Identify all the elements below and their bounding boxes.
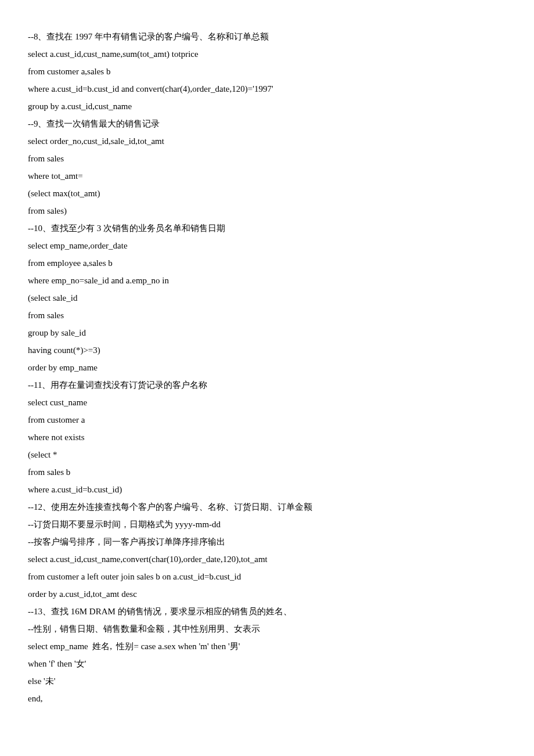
code-line: select a.cust_id,cust_name,sum(tot_amt) … [28,45,506,63]
code-line: --9、查找一次销售最大的销售记录 [28,115,506,132]
code-line: --12、使用左外连接查找每个客户的客户编号、名称、订货日期、订单金额 [28,498,506,516]
code-line: (select * [28,446,506,463]
code-line: --按客户编号排序，同一客户再按订单降序排序输出 [28,533,506,550]
code-line: group by sale_id [28,324,506,341]
code-line: order by emp_name [28,359,506,376]
code-line: from employee a,sales b [28,254,506,272]
code-line: having count(*)>=3) [28,341,506,359]
code-line: order by a.cust_id,tot_amt desc [28,585,506,603]
code-line: when 'f' then '女' [28,655,506,672]
code-line: where tot_amt= [28,167,506,185]
code-line: from customer a [28,411,506,429]
code-line: --性别，销售日期、销售数量和金额，其中性别用男、女表示 [28,620,506,638]
code-line: from sales [28,307,506,324]
code-line: from sales b [28,463,506,481]
code-line: where not exists [28,429,506,446]
code-line: select emp_name 姓名, 性别= case a.sex when … [28,638,506,655]
code-line: select a.cust_id,cust_name,convert(char(… [28,550,506,568]
code-line: (select max(tot_amt) [28,185,506,202]
code-line: group by a.cust_id,cust_name [28,98,506,115]
code-line: from customer a left outer join sales b … [28,568,506,585]
code-line: --订货日期不要显示时间，日期格式为 yyyy-mm-dd [28,516,506,533]
code-line: from sales [28,150,506,167]
code-line: select order_no,cust_id,sale_id,tot_amt [28,132,506,150]
code-line: from customer a,sales b [28,63,506,80]
code-line: --10、查找至少有 3 次销售的业务员名单和销售日期 [28,219,506,237]
code-line: end, [28,690,506,707]
code-line: --11、用存在量词查找没有订货记录的客户名称 [28,376,506,394]
code-line: select emp_name,order_date [28,237,506,254]
code-line: where a.cust_id=b.cust_id and convert(ch… [28,80,506,98]
document-body: --8、查找在 1997 年中有销售记录的客户编号、名称和订单总额select … [28,28,506,707]
code-line: (select sale_id [28,289,506,307]
code-line: --13、查找 16M DRAM 的销售情况，要求显示相应的销售员的姓名、 [28,603,506,620]
code-line: --8、查找在 1997 年中有销售记录的客户编号、名称和订单总额 [28,28,506,45]
code-line: from sales) [28,202,506,219]
code-line: where a.cust_id=b.cust_id) [28,481,506,498]
code-line: select cust_name [28,394,506,411]
code-line: else '未' [28,672,506,690]
code-line: where emp_no=sale_id and a.emp_no in [28,272,506,289]
